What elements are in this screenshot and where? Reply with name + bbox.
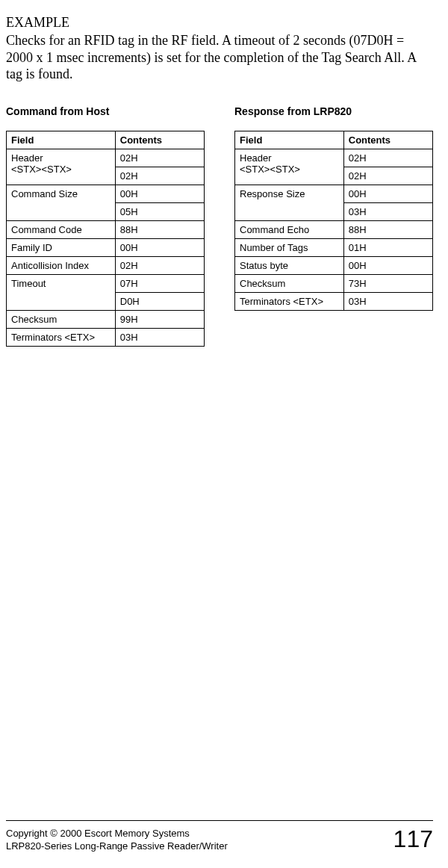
cell-contents: 01H	[343, 238, 432, 256]
cell-field: Command Size	[7, 185, 116, 220]
table-row: Terminators <ETX> 03H	[7, 328, 205, 346]
cell-contents: 00H	[343, 256, 432, 274]
header-field: Field	[7, 131, 116, 149]
cell-field: Header<STX><STX>	[7, 149, 116, 185]
table-row: Anticollision Index 02H	[7, 256, 205, 274]
footer-info: Copyright © 2000 Escort Memory Systems L…	[6, 828, 228, 853]
cell-contents: 99H	[115, 310, 204, 328]
table-row: Checksum 99H	[7, 310, 205, 328]
command-table-block: Command from Host Field Contents Header<…	[6, 105, 205, 347]
cell-contents: 03H	[343, 292, 432, 310]
cell-contents: 03H	[115, 328, 204, 346]
table-row: Command Code 88H	[7, 220, 205, 238]
example-label: EXAMPLE	[6, 15, 433, 31]
page-number: 117	[393, 825, 433, 853]
cell-field: Command Code	[7, 220, 116, 238]
cell-contents: 88H	[115, 220, 204, 238]
cell-field: Timeout	[7, 274, 116, 310]
table-row: Terminators <ETX> 03H	[235, 292, 433, 310]
cell-field: Terminators <ETX>	[7, 328, 116, 346]
cell-contents: 00H	[343, 185, 432, 202]
table-row: Family ID 00H	[7, 238, 205, 256]
cell-contents: 07H	[115, 274, 204, 292]
cell-field: Checksum	[235, 274, 344, 292]
table-header-row: Field Contents	[235, 131, 433, 149]
cell-field: Status byte	[235, 256, 344, 274]
cell-field: Family ID	[7, 238, 116, 256]
cell-contents: 00H	[115, 238, 204, 256]
table-row: Header<STX><STX> 02H	[7, 149, 205, 167]
response-table: Field Contents Header<STX><STX> 02H 02H …	[234, 131, 433, 311]
example-description: Checks for an RFID tag in the RF field. …	[6, 32, 433, 83]
header-contents: Contents	[343, 131, 432, 149]
cell-contents: 00H	[115, 185, 204, 202]
cell-contents: D0H	[115, 292, 204, 310]
table-row: Header<STX><STX> 02H	[235, 149, 433, 167]
footer-copyright: Copyright © 2000 Escort Memory Systems	[6, 828, 228, 840]
footer-product: LRP820-Series Long-Range Passive Reader/…	[6, 840, 228, 853]
cell-field: Header<STX><STX>	[235, 149, 344, 185]
table-row: Checksum 73H	[235, 274, 433, 292]
cell-contents: 02H	[343, 149, 432, 167]
cell-field: Command Echo	[235, 220, 344, 238]
cell-field: Checksum	[7, 310, 116, 328]
cell-field: Terminators <ETX>	[235, 292, 344, 310]
cell-field: Anticollision Index	[7, 256, 116, 274]
command-table-title: Command from Host	[6, 105, 205, 117]
tables-container: Command from Host Field Contents Header<…	[6, 105, 433, 347]
cell-field: Response Size	[235, 185, 344, 220]
response-table-block: Response from LRP820 Field Contents Head…	[234, 105, 433, 347]
table-row: Status byte 00H	[235, 256, 433, 274]
cell-contents: 73H	[343, 274, 432, 292]
header-contents: Contents	[115, 131, 204, 149]
command-table: Field Contents Header<STX><STX> 02H 02H …	[6, 131, 205, 347]
cell-contents: 03H	[343, 202, 432, 220]
cell-contents: 02H	[115, 149, 204, 167]
table-row: Timeout 07H	[7, 274, 205, 292]
table-row: Command Echo 88H	[235, 220, 433, 238]
table-header-row: Field Contents	[7, 131, 205, 149]
cell-contents: 02H	[343, 167, 432, 185]
cell-contents: 02H	[115, 256, 204, 274]
page-footer: Copyright © 2000 Escort Memory Systems L…	[6, 820, 433, 853]
table-row: Number of Tags 01H	[235, 238, 433, 256]
cell-contents: 88H	[343, 220, 432, 238]
table-row: Command Size 00H	[7, 185, 205, 202]
cell-field: Number of Tags	[235, 238, 344, 256]
cell-contents: 02H	[115, 167, 204, 185]
table-row: Response Size 00H	[235, 185, 433, 202]
header-field: Field	[235, 131, 344, 149]
response-table-title: Response from LRP820	[234, 105, 433, 117]
cell-contents: 05H	[115, 202, 204, 220]
